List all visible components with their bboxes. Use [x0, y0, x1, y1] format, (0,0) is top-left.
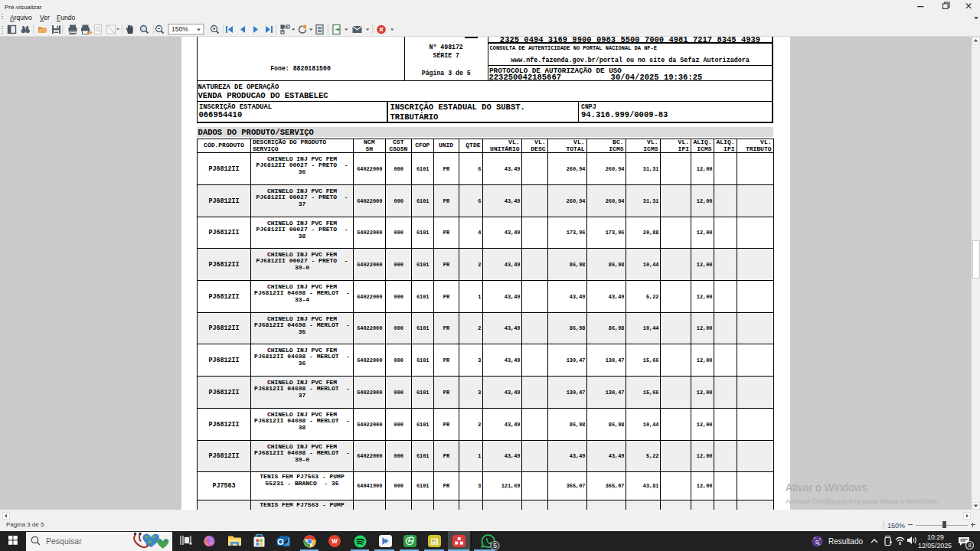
svg-text:8: 8: [968, 542, 971, 549]
svg-text:150%: 150%: [172, 25, 188, 33]
svg-text:5: 5: [493, 542, 497, 549]
